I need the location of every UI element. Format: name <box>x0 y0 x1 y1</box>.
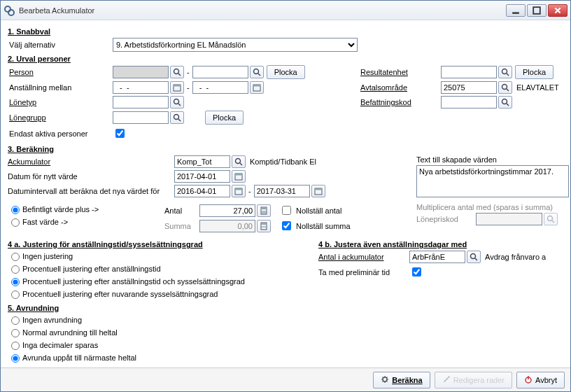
footer-toolbar: Beräkna Redigera rader Avbryt <box>1 368 570 391</box>
svg-point-43 <box>548 216 553 221</box>
plocka-button[interactable]: Plocka <box>205 111 244 125</box>
svg-point-14 <box>174 115 179 120</box>
berakna-button[interactable]: Beräkna <box>373 372 430 388</box>
svg-line-7 <box>258 74 260 76</box>
lonegrupp-input[interactable] <box>113 111 169 124</box>
mult-label: Multiplicera antal med (sparas i summa) <box>416 203 570 211</box>
svg-line-15 <box>178 119 181 121</box>
befatt-input[interactable] <box>441 96 497 108</box>
interval-from-input[interactable] <box>174 185 230 197</box>
person-label[interactable]: Person <box>8 68 113 76</box>
person-to-input[interactable] <box>192 66 248 78</box>
lonetyp-input[interactable] <box>113 96 169 108</box>
section2-heading: 2. Urval personer <box>8 55 563 63</box>
plocka-button[interactable]: Plocka <box>515 65 554 79</box>
svg-rect-29 <box>315 188 322 190</box>
svg-point-22 <box>236 159 241 164</box>
datum-label: Datum för nytt värde <box>8 172 174 181</box>
lonetyp-label[interactable]: Lönetyp <box>8 98 113 106</box>
calendar-icon[interactable] <box>170 81 184 94</box>
app-window: Bearbeta Ackumulator 1. Snabbval Välj al… <box>0 0 571 392</box>
befintligt-radio[interactable] <box>11 206 20 214</box>
minimize-button[interactable] <box>506 4 526 17</box>
search-icon[interactable] <box>170 96 184 108</box>
svg-point-42 <box>265 226 265 227</box>
resultat-input[interactable] <box>441 66 497 78</box>
svg-rect-9 <box>174 85 181 87</box>
befatt-label[interactable]: Befattningskod <box>360 98 441 106</box>
antal-ack-input[interactable] <box>409 251 465 263</box>
search-icon[interactable] <box>467 251 481 263</box>
search-icon[interactable] <box>498 81 512 94</box>
avrund-opt4-radio[interactable] <box>11 354 20 363</box>
plocka-button[interactable]: Plocka <box>267 65 305 79</box>
lonegrupp-label[interactable]: Lönegrupp <box>8 113 113 122</box>
justering-opt2-radio[interactable] <box>11 265 20 274</box>
justering-opt4-radio[interactable] <box>11 290 20 299</box>
close-button[interactable] <box>548 4 568 17</box>
svg-line-13 <box>178 104 181 106</box>
endast-checkbox[interactable] <box>115 129 125 138</box>
svg-point-32 <box>262 211 262 211</box>
calendar-icon[interactable] <box>232 170 246 183</box>
svg-point-33 <box>263 211 264 211</box>
avtal-label[interactable]: Avtalsområde <box>360 83 441 92</box>
svg-point-12 <box>174 99 179 104</box>
antal-ack-label[interactable]: Antal i ackumulator <box>318 253 409 261</box>
nollstall-antal-label: Nollställ antal <box>296 206 341 215</box>
search-icon[interactable] <box>498 66 512 78</box>
svg-point-4 <box>174 69 179 74</box>
svg-point-37 <box>265 212 265 213</box>
calendar-icon[interactable] <box>311 185 325 197</box>
search-icon[interactable] <box>250 66 264 78</box>
calendar-icon[interactable] <box>250 81 264 94</box>
interval-to-input[interactable] <box>254 185 310 197</box>
anst-from-input[interactable] <box>113 81 169 94</box>
search-icon[interactable] <box>498 96 512 108</box>
avrund-opt2-radio[interactable] <box>11 329 20 337</box>
svg-point-20 <box>502 99 507 104</box>
prelim-checkbox[interactable] <box>412 267 421 276</box>
alt-select[interactable]: 9. Arbetstidsförkortning EL Månadslön <box>113 38 358 52</box>
fast-radio[interactable] <box>11 218 20 227</box>
summa-input <box>199 220 255 232</box>
justering-opt3-radio[interactable] <box>11 278 20 286</box>
text-textarea[interactable]: Nya arbetstidsförkortningstimmar 2017. <box>416 165 569 197</box>
ack-label[interactable]: Ackumulator <box>8 158 174 166</box>
redigera-button: Redigera rader <box>435 372 512 388</box>
calendar-icon[interactable] <box>232 185 246 197</box>
nollstall-antal-checkbox[interactable] <box>282 206 291 215</box>
search-icon[interactable] <box>232 155 246 168</box>
avbryt-button[interactable]: Avbryt <box>516 372 565 388</box>
svg-point-1 <box>8 10 14 15</box>
svg-point-35 <box>262 212 262 213</box>
search-icon <box>544 213 558 225</box>
datum-input[interactable] <box>174 170 230 183</box>
power-icon <box>524 375 533 385</box>
antal-input[interactable] <box>199 204 255 217</box>
avrund-opt1-radio[interactable] <box>11 316 20 325</box>
justering-opt1-radio[interactable] <box>11 253 20 261</box>
section1-heading: 1. Snabbval <box>8 27 563 36</box>
resultat-label[interactable]: Resultatenhet <box>360 68 441 76</box>
avrund-opt3-radio[interactable] <box>11 342 20 350</box>
anst-to-input[interactable] <box>192 81 248 94</box>
svg-point-6 <box>253 69 258 74</box>
calculator-icon[interactable] <box>257 204 271 217</box>
svg-line-46 <box>475 258 477 260</box>
nollstall-summa-checkbox[interactable] <box>282 221 291 230</box>
prelim-label: Ta med preliminär tid <box>318 268 409 276</box>
svg-point-36 <box>263 212 264 213</box>
calculator-icon[interactable] <box>257 220 271 232</box>
avtal-input[interactable] <box>441 81 497 94</box>
svg-rect-2 <box>512 12 519 13</box>
maximize-button[interactable] <box>527 4 547 17</box>
endast-label: Endast aktiva personer <box>8 130 113 138</box>
loneprisk-label: Lönepriskod <box>416 215 476 223</box>
search-icon[interactable] <box>170 111 184 124</box>
search-icon[interactable] <box>170 66 184 78</box>
person-from-input[interactable] <box>113 66 169 78</box>
svg-rect-11 <box>253 85 260 87</box>
ack-input[interactable] <box>174 155 230 168</box>
svg-line-17 <box>507 74 509 76</box>
